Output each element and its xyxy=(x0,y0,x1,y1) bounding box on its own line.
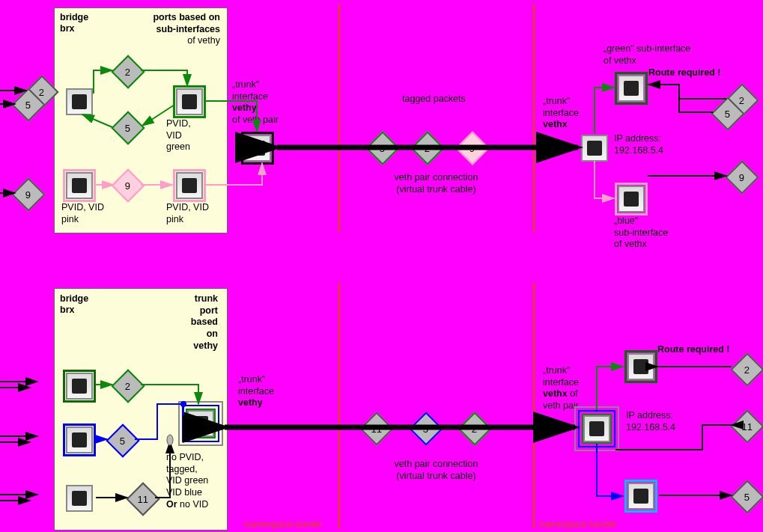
ns-border-left-bottom xyxy=(338,283,340,528)
top-vethx-port xyxy=(581,135,608,162)
top-mid-diamond-5: 5 xyxy=(365,131,399,165)
top-vethy-port xyxy=(244,135,271,162)
bot-right-green-port xyxy=(627,353,654,380)
top-pvid-pink1: PVID, VID pink xyxy=(61,202,104,225)
bot-mid-diamond-5: 5 xyxy=(409,412,443,445)
bot-right-diamond-2: 2 xyxy=(730,352,763,386)
bot-mid-diamond-2: 2 xyxy=(458,412,491,445)
bot-vethx-port xyxy=(583,415,610,442)
top-blue-sub-label: „blue"sub-interfaceof vethx xyxy=(614,215,668,251)
bot-port-plain xyxy=(66,485,93,512)
bot-right-title: trunk port based on vethy xyxy=(191,293,218,352)
top-vethpair: veth pair connection(virtual trunk cable… xyxy=(382,172,490,195)
top-mid-diamond-9: 9 xyxy=(455,131,489,165)
bot-right-diamond-5: 5 xyxy=(730,480,763,513)
top-mid-diamond-2: 2 xyxy=(410,131,444,165)
top-blue-sub-port xyxy=(618,186,645,213)
top-port-pink-right xyxy=(176,172,203,199)
top-right-diamond-9: 9 xyxy=(725,160,759,194)
top-bridge-title2: brx xyxy=(60,23,74,35)
top-ip-addr: IP address:192.168.5.4 xyxy=(614,133,663,156)
bot-port-green xyxy=(66,373,93,400)
ns-border-right-top xyxy=(533,4,535,232)
ns-border-label-left: namespace border xyxy=(244,519,322,531)
bot-vethpair: veth pair connection(virtual trunk cable… xyxy=(382,459,490,482)
top-port-left1 xyxy=(66,88,93,115)
ns-border-label-right: namespace border xyxy=(539,519,617,531)
bot-port-blue xyxy=(66,426,93,453)
ns-border-right-bottom xyxy=(533,283,535,528)
top-trunk-vethy: „trunk" interface vethy of veth pair xyxy=(232,79,279,126)
bot-trunk-vethy: „trunk" interface vethy xyxy=(238,374,274,409)
bot-right-cyan-port xyxy=(627,483,654,510)
top-green-sub-port xyxy=(618,75,645,102)
bot-no-pvid: no PVID, tagged, VID green VID blue Or n… xyxy=(166,452,208,510)
top-route-req: Route required ! xyxy=(648,67,721,79)
ns-border-left-top xyxy=(338,4,340,232)
top-port-green xyxy=(176,88,203,115)
top-bridge-title1: bridge xyxy=(60,12,88,24)
top-left-diamond-9: 9 xyxy=(11,177,45,211)
bot-ip-addr: IP address:192.168.5.4 xyxy=(626,410,675,433)
top-trunk-vethx: „trunk" interface vethx xyxy=(543,96,579,131)
bot-bridge-title2: brx xyxy=(60,305,74,317)
bot-right-diamond-11: 11 xyxy=(730,409,763,443)
bot-route-req: Route required ! xyxy=(657,344,730,356)
top-right-title: ports based on sub-interfaces of vethy xyxy=(153,12,220,47)
top-port-pink-left xyxy=(66,172,93,199)
top-green-sub-label: „green" sub-interfaceof vethx xyxy=(604,43,690,67)
top-pvid-pink2: PVID, VID pink xyxy=(166,202,209,225)
bot-mid-diamond-11: 11 xyxy=(359,412,393,445)
top-tagged-packets: tagged packets xyxy=(402,94,466,106)
top-pvid-green: PVID, VID green xyxy=(166,118,191,153)
bot-trunk-vethx: „trunk" interface vethx of veth pair xyxy=(543,365,579,412)
bot-bridge-title1: bridge xyxy=(60,293,88,305)
bot-vethy-port xyxy=(187,410,214,437)
